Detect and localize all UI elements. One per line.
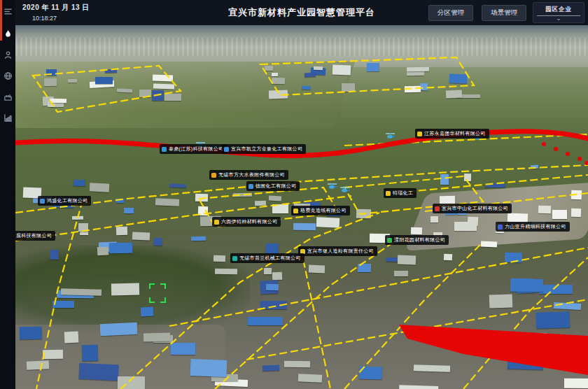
building-block — [74, 180, 85, 187]
building-block — [302, 86, 311, 90]
company-label[interactable]: 溧阳花园材料有限公司 — [385, 235, 449, 245]
company-label[interactable]: 鸿盛化工有限公司 — [38, 196, 91, 206]
building-block — [64, 332, 78, 344]
company-label[interactable]: 宜城防腐科技有限公司 — [15, 231, 55, 241]
date-text: 2020 年 11 月 13 日 — [22, 3, 90, 13]
building-block — [571, 190, 582, 199]
building-block — [272, 204, 288, 214]
header-buttons: 分区管理 场景管理 — [428, 5, 526, 21]
building-block — [49, 250, 58, 260]
building-block — [143, 332, 170, 341]
company-label[interactable]: 泰鼎(江苏)科技有限公司 — [160, 144, 227, 154]
building-block — [191, 236, 206, 241]
company-marker-icon — [232, 256, 237, 261]
company-label[interactable]: 无锡市普兰机械工有限公司 — [230, 253, 304, 263]
company-label-text: 宜兴市银人造粒有限责任公司 — [307, 248, 374, 255]
building-block — [440, 174, 449, 185]
building-block — [78, 223, 88, 232]
building-block — [20, 327, 42, 339]
park-enterprise-dropdown[interactable]: 园区企业 ⌄ — [533, 2, 584, 23]
scene-management-button[interactable]: 场景管理 — [482, 5, 526, 21]
company-label[interactable]: 无锡市方大水表附件有限公司 — [209, 170, 288, 180]
sidebar-item-chart[interactable] — [0, 109, 15, 126]
building-block — [554, 302, 581, 310]
building-block — [468, 331, 484, 338]
building-block — [117, 88, 133, 92]
building-block — [105, 69, 117, 73]
building-block — [341, 83, 354, 91]
building-block — [27, 360, 49, 370]
factory-icon — [4, 92, 13, 101]
dropdown-label: 园区企业 — [545, 6, 572, 14]
building-block — [538, 206, 551, 214]
building-block — [94, 77, 112, 84]
building-block — [398, 255, 416, 264]
time-text: 10:18:27 — [32, 15, 90, 22]
building-block — [118, 376, 145, 388]
building-block — [164, 94, 181, 101]
map-3d-viewport[interactable]: 泰鼎(江苏)科技有限公司宜兴市凯立方金曼化工有限公司无锡市方大水表附件有限公司德… — [15, 25, 588, 389]
company-label-text: 泰鼎(江苏)科技有限公司 — [169, 146, 223, 153]
building-block — [507, 362, 543, 370]
building-block — [255, 200, 266, 205]
helicopter-icon — [386, 129, 396, 142]
building-block — [407, 67, 429, 71]
company-label[interactable]: 宜兴市银人造粒有限责任公司 — [298, 246, 377, 256]
sidebar-item-menu[interactable] — [0, 3, 15, 20]
company-label[interactable]: 江苏永嘉团华材料有限公司 — [415, 129, 489, 139]
company-label-text: 溧阳花园材料有限公司 — [394, 236, 445, 243]
page-title: 宜兴市新材料产业园智慧管理平台 — [228, 6, 375, 19]
company-label[interactable]: 宜兴市凯立方金曼化工有限公司 — [222, 144, 306, 154]
building-block — [190, 359, 227, 377]
user-icon — [4, 50, 13, 59]
building-block — [266, 243, 279, 254]
company-label[interactable]: 力山亚升精细科技有限公司 — [496, 222, 570, 232]
building-block — [215, 269, 237, 275]
building-block — [507, 213, 528, 222]
building-block — [304, 72, 316, 76]
left-sidebar — [0, 0, 15, 389]
building-block — [141, 306, 153, 316]
building-block — [100, 323, 138, 336]
building-block — [248, 317, 283, 325]
building-block — [153, 74, 173, 81]
building-block — [155, 198, 180, 206]
building-block — [116, 227, 127, 235]
company-label[interactable]: 宜兴市中山化工材料有限公司 — [433, 204, 512, 213]
building-block — [410, 227, 421, 235]
company-marker-icon — [40, 199, 45, 204]
zone-management-button[interactable]: 分区管理 — [428, 5, 473, 21]
globe-icon — [4, 71, 13, 80]
building-block — [124, 208, 134, 213]
building-block — [539, 285, 573, 294]
company-label[interactable]: 六圆伊特种材料有限公司 — [212, 217, 281, 227]
building-block — [356, 209, 371, 218]
building-block — [82, 345, 98, 362]
building-block — [116, 198, 124, 202]
company-marker-icon — [417, 132, 422, 136]
building-block — [531, 165, 538, 169]
building-block — [552, 210, 567, 219]
sidebar-item-user[interactable] — [0, 46, 15, 63]
sidebar-item-globe[interactable] — [0, 67, 15, 84]
chevron-down-icon: ⌄ — [556, 16, 561, 20]
building-block — [197, 206, 207, 216]
building-block — [265, 65, 273, 70]
company-label[interactable]: 格费克造纸有限公司 — [291, 206, 350, 215]
building-block — [293, 223, 316, 230]
building-block — [481, 241, 498, 248]
fire-icon — [4, 29, 13, 38]
company-label[interactable]: 特瑞化工 — [384, 188, 416, 198]
company-label-text: 宜兴市凯立方金曼化工有限公司 — [231, 146, 302, 153]
building-block — [111, 283, 140, 296]
sidebar-item-fire[interactable] — [0, 25, 15, 42]
building-block — [90, 183, 110, 192]
company-label[interactable]: 德固化工有限公司 — [246, 181, 300, 191]
menu-icon — [4, 7, 13, 16]
sidebar-item-factory[interactable] — [0, 88, 15, 105]
helicopter-icon — [340, 183, 350, 196]
building-block — [97, 247, 108, 255]
company-label-text: 无锡市普兰机械工有限公司 — [239, 255, 301, 262]
company-marker-icon — [435, 206, 440, 211]
building-block — [152, 90, 164, 101]
